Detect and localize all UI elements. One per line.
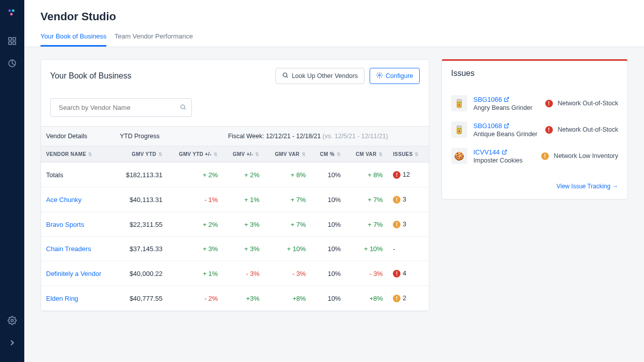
issue-status: !Network Low Inventory <box>541 152 618 160</box>
sort-icon: ⇅ <box>379 152 383 157</box>
vendor-link[interactable]: Definitely a Vendor <box>46 270 101 277</box>
svg-line-13 <box>184 108 185 109</box>
issues-card: Issues 🥫SBG1066 Angry Beans Grinder!Netw… <box>441 59 628 199</box>
svg-point-8 <box>11 319 14 322</box>
book-of-business-card: Your Book of Business Look Up Other Vend… <box>41 59 429 311</box>
page-header: Vendor Studio Your Book of BusinessTeam … <box>24 0 644 47</box>
vendor-search-input[interactable] <box>50 98 192 117</box>
issue-status: !Network Out-of-Stock <box>545 100 618 107</box>
app-logo <box>7 8 17 20</box>
svg-line-14 <box>506 97 509 100</box>
card-title: Your Book of Business <box>50 71 131 81</box>
issue-row: 🥫SBG1066 Angry Beans Grinder!Network Out… <box>451 90 618 116</box>
external-link-icon <box>504 97 509 102</box>
col-issues[interactable]: ISSUES⇅ <box>388 146 429 163</box>
svg-line-16 <box>504 150 507 152</box>
issue-status: !Network Out-of-Stock <box>545 126 618 134</box>
issue-err-icon: ! <box>393 171 400 179</box>
col-cm-pct[interactable]: CM %⇅ <box>311 146 346 163</box>
svg-point-2 <box>10 13 13 16</box>
lookup-vendors-button[interactable]: Look Up Other Vendors <box>275 68 365 84</box>
issue-thumbnail: 🥫 <box>451 95 467 111</box>
search-icon <box>282 72 289 80</box>
svg-rect-5 <box>9 42 11 45</box>
group-fiscal-week: Fiscal Week: 12/12/21 - 12/18/21 (vs. 12… <box>223 127 429 146</box>
col-gmv-delta[interactable]: GMV +/-⇅ <box>223 146 264 163</box>
svg-point-1 <box>12 10 15 12</box>
page-title: Vendor Studio <box>41 10 628 23</box>
issue-warn-icon: ! <box>393 196 400 204</box>
group-ytd-progress: YTD Progress <box>115 127 223 146</box>
table-row: Definitely a Vendor$40,000.22+ 1%- 3%- 3… <box>41 261 429 286</box>
svg-point-12 <box>181 105 185 109</box>
nav-settings-icon[interactable] <box>3 311 21 330</box>
issue-err-icon: ! <box>545 100 553 107</box>
nav-expand-icon[interactable] <box>3 334 21 352</box>
vendor-link[interactable]: Elden Ring <box>46 295 78 302</box>
col-cm-var[interactable]: CM VAR⇅ <box>346 146 388 163</box>
table-row: Bravo Sports$22,311.55+ 2%+ 3%+ 7%10%+ 7… <box>41 212 429 237</box>
issue-id-link[interactable]: SBG1066 <box>473 96 509 103</box>
group-vendor-details: Vendor Details <box>41 127 115 146</box>
issue-err-icon: ! <box>545 126 553 134</box>
vendor-table: Vendor Details YTD Progress Fiscal Week:… <box>41 126 429 311</box>
svg-line-15 <box>506 124 509 126</box>
svg-line-10 <box>287 76 288 77</box>
sort-icon: ⇅ <box>158 152 163 157</box>
configure-button[interactable]: Configure <box>370 68 420 84</box>
gear-icon <box>376 72 383 80</box>
issue-thumbnail: 🥫 <box>451 122 467 138</box>
issue-id-link[interactable]: ICVV144 <box>473 148 507 156</box>
table-totals-row: Totals$182,113.31+ 2%+ 2%+ 8%10%+ 8%!12 <box>41 163 429 187</box>
tab-0[interactable]: Your Book of Business <box>41 32 106 47</box>
external-link-icon <box>502 149 507 155</box>
view-issue-tracking-link[interactable]: View Issue Tracking → <box>556 183 618 190</box>
svg-rect-4 <box>13 37 16 40</box>
table-row: Elden Ring$40,777.55- 2%+3%+8%10%+8%!2 <box>41 286 429 311</box>
issue-product-name: Antique Beans Grinder <box>473 131 539 138</box>
vendor-link[interactable]: Ace Chunky <box>46 196 82 204</box>
col-gmv-ytd[interactable]: GMV YTD⇅ <box>115 146 168 163</box>
issue-product-name: Imposter Cookies <box>473 157 535 164</box>
issue-err-icon: ! <box>393 270 400 277</box>
svg-rect-6 <box>13 42 16 45</box>
col-vendor-name[interactable]: VENDOR NAME⇅ <box>41 146 115 163</box>
nav-dashboard-icon[interactable] <box>3 32 21 50</box>
col-gmv-var[interactable]: GMV VAR⇅ <box>264 146 311 163</box>
vendor-link[interactable]: Chain Treaders <box>46 245 91 253</box>
sidebar-nav <box>0 0 24 362</box>
vendor-link[interactable]: Bravo Sports <box>46 221 84 228</box>
issue-row: 🥫SBG1068 Antique Beans Grinder!Network O… <box>451 116 618 143</box>
tab-bar: Your Book of BusinessTeam Vendor Perform… <box>41 32 628 47</box>
issue-warn-icon: ! <box>393 221 400 228</box>
sort-icon: ⇅ <box>88 152 92 157</box>
issue-product-name: Angry Beans Grinder <box>473 104 539 111</box>
sort-icon: ⇅ <box>302 152 306 157</box>
issues-title: Issues <box>451 69 474 78</box>
svg-rect-3 <box>9 37 11 40</box>
issue-warn-icon: ! <box>393 295 400 302</box>
sort-icon: ⇅ <box>255 152 259 157</box>
issue-id-link[interactable]: SBG1068 <box>473 122 509 130</box>
external-link-icon <box>504 123 509 129</box>
nav-analytics-icon[interactable] <box>3 54 21 72</box>
svg-point-0 <box>9 10 11 12</box>
issue-thumbnail: 🍪 <box>451 148 467 164</box>
svg-point-11 <box>379 74 380 76</box>
svg-point-9 <box>283 73 287 77</box>
table-row: Chain Treaders$37,145.33+ 3%+ 3%+ 10%10%… <box>41 237 429 261</box>
issue-row: 🍪ICVV144 Imposter Cookies!Network Low In… <box>451 143 618 169</box>
tab-1[interactable]: Team Vendor Performance <box>114 32 193 47</box>
sort-icon: ⇅ <box>415 152 419 157</box>
sort-icon: ⇅ <box>214 152 218 157</box>
sort-icon: ⇅ <box>337 152 341 157</box>
search-icon <box>180 104 186 112</box>
col-gmv-ytd-delta[interactable]: GMV YTD +/-⇅ <box>168 146 223 163</box>
table-row: Ace Chunky$40,113.31- 1%+ 1%+ 7%10%+ 7%!… <box>41 187 429 212</box>
issue-warn-icon: ! <box>541 152 549 160</box>
